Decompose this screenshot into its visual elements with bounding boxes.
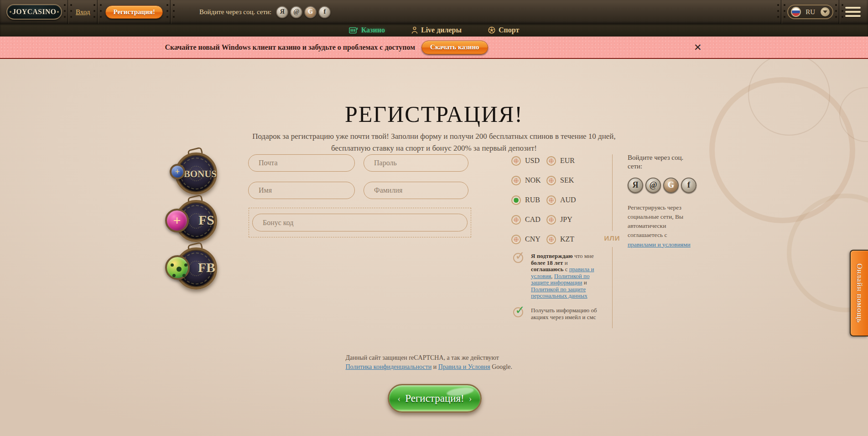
- login-link[interactable]: Вход: [76, 8, 90, 16]
- terms-of-service-link[interactable]: Правила и Условия: [438, 363, 490, 370]
- arrow-left-icon: ‹: [398, 394, 401, 403]
- arrow-right-icon: ›: [469, 394, 472, 403]
- currency-option-aud[interactable]: AUD: [546, 195, 583, 205]
- radio-sek[interactable]: [546, 176, 556, 185]
- topbar-social-label: Войдите через соц. сети:: [199, 8, 271, 16]
- download-client-banner: Скачайте новый Windows клиент казино и з…: [0, 37, 868, 59]
- badge-freebet-medallion: FB: [164, 246, 220, 293]
- badge-fb-soccer-orb-icon: [165, 255, 190, 280]
- coffee-stain-decoration: [709, 77, 855, 223]
- terms-checkbox[interactable]: ✓: [513, 253, 523, 263]
- currency-option-kzt[interactable]: KZT: [546, 234, 583, 244]
- mail-ru-login-icon[interactable]: @: [290, 6, 302, 18]
- currency-option-cad[interactable]: CAD: [511, 215, 546, 225]
- currency-option-cny[interactable]: CNY: [511, 234, 546, 244]
- password-field[interactable]: [364, 154, 468, 172]
- or-label: ИЛИ: [599, 234, 625, 242]
- facebook-login-icon[interactable]: f: [681, 178, 696, 193]
- yandex-login-icon[interactable]: Я: [276, 6, 288, 18]
- menu-hamburger-icon[interactable]: [845, 5, 861, 19]
- terms-checkbox-row: ✓ Я подтверждаю что мне более 18 лет и с…: [513, 253, 601, 299]
- language-code: RU: [806, 8, 815, 16]
- russia-flag-icon: [791, 7, 801, 17]
- registration-content: РЕГИСТРАЦИЯ! Подарок за регистрацию уже …: [0, 59, 868, 436]
- form-divider: [612, 247, 613, 328]
- language-selector[interactable]: RU: [787, 5, 833, 19]
- badge-bonus-label: BONUS: [184, 168, 217, 180]
- first-name-field[interactable]: [248, 182, 355, 199]
- banner-text: Скачайте новый Windows клиент казино и з…: [165, 43, 415, 52]
- currency-option-sek[interactable]: SEK: [546, 175, 583, 185]
- email-field[interactable]: [248, 154, 355, 172]
- banner-close-icon[interactable]: ✕: [694, 42, 702, 52]
- yandex-login-icon[interactable]: Я: [628, 178, 643, 193]
- radio-cny[interactable]: [511, 235, 521, 244]
- radio-kzt[interactable]: [546, 235, 556, 244]
- currency-options: USD EUR NOK SEK RUB AUD: [511, 156, 583, 244]
- radio-usd[interactable]: [511, 156, 521, 166]
- currency-option-nok[interactable]: NOK: [511, 175, 546, 185]
- radio-aud[interactable]: [546, 195, 556, 205]
- badge-bonus-orb-icon: +: [170, 164, 185, 179]
- promo-checkbox[interactable]: ✓: [513, 307, 523, 317]
- joycasino-logo[interactable]: JOYCASINO: [6, 4, 62, 20]
- currency-option-eur[interactable]: EUR: [546, 156, 583, 166]
- form-divider: [612, 154, 613, 231]
- social-column-icons: Я @ G f: [628, 178, 696, 193]
- joycasino-registration-page: JOYCASINO Вход Регистрация! Войдите чере…: [0, 0, 868, 436]
- topbar-seam: [775, 0, 787, 24]
- soccer-ball-icon: [488, 26, 495, 34]
- personal-data-policy-link[interactable]: Политикой по защите персональных данных: [531, 286, 587, 299]
- social-column-note: Регистрируясь через социальные сети, Вы …: [628, 203, 694, 249]
- dealer-person-icon: [411, 26, 418, 34]
- nav-tab-live-dealers-label: Live дилеры: [421, 26, 462, 34]
- promo-text: Получать информацию об акциях через имей…: [531, 307, 601, 320]
- badge-bonus-medallion: BONUS +: [164, 151, 220, 198]
- download-casino-button[interactable]: Скачать казино: [421, 41, 488, 54]
- currency-option-rub[interactable]: RUB: [511, 195, 546, 205]
- page-subtitle: Подарок за регистрацию уже почти твой! З…: [249, 131, 619, 155]
- nav-tab-casino[interactable]: Казино: [349, 26, 385, 34]
- register-button[interactable]: Регистрация!: [105, 5, 163, 19]
- recaptcha-notice: Данный сайт защищен reCAPTCHA, а так же …: [346, 353, 521, 371]
- google-login-icon[interactable]: G: [663, 178, 679, 193]
- radio-jpy[interactable]: [546, 215, 556, 225]
- bonus-code-field[interactable]: [252, 214, 468, 231]
- last-name-field[interactable]: [364, 182, 468, 199]
- social-login-column: Войдите через соц. сети: Я @ G f Регистр…: [628, 153, 696, 249]
- checkmark-icon: ✓: [515, 249, 525, 263]
- badge-freespins-medallion: FS +: [164, 199, 220, 246]
- bonus-badges: BONUS + FS + FB: [164, 151, 220, 293]
- online-help-tab[interactable]: Онлайн помощь: [850, 250, 868, 336]
- submit-registration-button[interactable]: ‹ Регистрация! ›: [388, 384, 482, 413]
- topbar: JOYCASINO Вход Регистрация! Войдите чере…: [0, 0, 868, 24]
- nav-tab-live-dealers[interactable]: Live дилеры: [411, 26, 462, 34]
- nav-tab-sport[interactable]: Спорт: [488, 26, 519, 34]
- language-dropdown-arrow-icon[interactable]: [821, 7, 830, 16]
- checkmark-icon: ✓: [515, 303, 525, 317]
- radio-eur[interactable]: [546, 156, 556, 166]
- nav-tab-sport-label: Спорт: [499, 26, 519, 34]
- mail-ru-login-icon[interactable]: @: [645, 178, 661, 193]
- currency-option-usd[interactable]: USD: [511, 156, 546, 166]
- radio-rub[interactable]: [511, 195, 521, 205]
- slot-machine-icon: [349, 27, 358, 34]
- nav-tab-casino-label: Казино: [361, 26, 385, 34]
- terms-text: Я подтверждаю что мне более 18 лет и сог…: [531, 253, 601, 299]
- topbar-seam: [62, 0, 74, 24]
- promo-checkbox-row: ✓ Получать информацию об акциях через им…: [513, 307, 601, 320]
- facebook-login-icon[interactable]: f: [318, 6, 331, 18]
- radio-cad[interactable]: [511, 215, 521, 225]
- page-title: РЕГИСТРАЦИЯ!: [0, 101, 868, 127]
- badge-fs-orb-icon: +: [165, 209, 189, 232]
- badge-fb-label: FB: [198, 260, 215, 275]
- topbar-seam: [833, 0, 845, 24]
- main-nav: Казино Live дилеры Спорт: [0, 24, 868, 37]
- google-login-icon[interactable]: G: [304, 6, 317, 18]
- currency-option-jpy[interactable]: JPY: [546, 215, 583, 225]
- radio-nok[interactable]: [511, 176, 521, 185]
- social-terms-link[interactable]: правилами и условиями: [628, 241, 691, 248]
- topbar-seam: [92, 0, 104, 24]
- badge-fs-label: FS: [198, 212, 214, 228]
- privacy-policy-link[interactable]: Политика конфиденциальности: [346, 363, 432, 370]
